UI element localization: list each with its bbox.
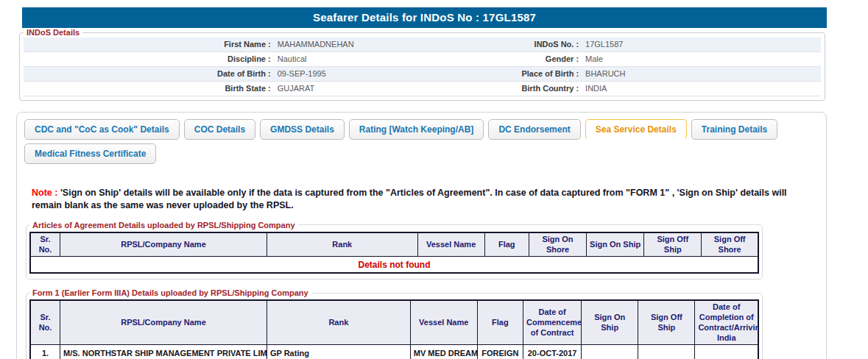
table-cell bbox=[638, 345, 695, 359]
column-header: RPSL/Company Name bbox=[60, 232, 267, 257]
field-label: Birth Country : bbox=[453, 82, 579, 96]
field-label: Gender : bbox=[453, 52, 579, 66]
field-label: Date of Birth : bbox=[24, 67, 271, 81]
tab-training-details[interactable]: Training Details bbox=[691, 119, 777, 140]
field-value: INDIA bbox=[579, 82, 821, 96]
tab-medical-fitness-certificate[interactable]: Medical Fitness Certificate bbox=[24, 143, 156, 164]
indos-details-legend: INDoS Details bbox=[24, 28, 82, 37]
tab-panel: CDC and "CoC as Cook" DetailsCOC Details… bbox=[16, 112, 827, 359]
column-header: Flag bbox=[477, 300, 523, 345]
field-value: Nautical bbox=[271, 52, 453, 66]
articles-of-agreement-legend: Articles of Agreement Details uploaded b… bbox=[29, 221, 298, 230]
indos-rows: First Name :MAHAMMADNEHANINDoS No. :17GL… bbox=[24, 38, 821, 96]
table-row: 1.M/S. NORTHSTAR SHIP MANAGEMENT PRIVATE… bbox=[30, 345, 758, 359]
field-value: Male bbox=[579, 52, 821, 66]
table-cell bbox=[582, 345, 638, 359]
indos-details-section: INDoS Details First Name :MAHAMMADNEHANI… bbox=[19, 28, 825, 101]
tab-row-1: CDC and "CoC as Cook" DetailsCOC Details… bbox=[17, 119, 826, 143]
column-header: Sign On Ship bbox=[587, 232, 644, 257]
tab-dc-endorsement[interactable]: DC Endorsement bbox=[488, 119, 580, 140]
tab-gmdss-details[interactable]: GMDSS Details bbox=[260, 119, 345, 140]
tab-coc-details[interactable]: COC Details bbox=[184, 119, 255, 140]
column-header: Sign Off Ship bbox=[644, 232, 702, 257]
indos-detail-row: Birth State :GUJARATBirth Country :INDIA bbox=[24, 82, 821, 96]
tab-rating-watch-keeping-ab[interactable]: Rating [Watch Keeping/AB] bbox=[349, 119, 484, 140]
table-cell: MV MED DREAM bbox=[410, 345, 477, 359]
table-cell: FOREIGN bbox=[477, 345, 523, 359]
field-value: 09-SEP-1995 bbox=[271, 67, 453, 81]
field-label: First Name : bbox=[24, 38, 271, 51]
indos-detail-row: Discipline :NauticalGender :Male bbox=[24, 52, 821, 67]
column-header: Rank bbox=[267, 300, 410, 345]
field-label: Place of Birth : bbox=[453, 67, 579, 81]
empty-message-row: Details not found bbox=[30, 257, 758, 274]
field-label: INDoS No. : bbox=[453, 38, 579, 51]
column-header: Flag bbox=[484, 232, 529, 257]
note-body: 'Sign on Ship' details will be available… bbox=[32, 188, 787, 210]
column-header: Sign On Ship bbox=[582, 300, 638, 345]
tab-sea-service-details[interactable]: Sea Service Details bbox=[585, 119, 687, 140]
empty-message: Details not found bbox=[30, 257, 758, 274]
field-value: GUJARAT bbox=[271, 82, 453, 96]
column-header: RPSL/Company Name bbox=[60, 300, 267, 345]
table-cell: 1. bbox=[30, 345, 60, 359]
tab-row-2: Medical Fitness Certificate bbox=[17, 143, 826, 168]
articles-of-agreement-table: Sr. No.RPSL/Company NameRankVessel NameF… bbox=[29, 232, 759, 274]
table-header-row: Sr. No.RPSL/Company NameRankVessel NameF… bbox=[30, 300, 758, 345]
column-header: Date of Commencement of Contract bbox=[523, 300, 582, 345]
column-header: Sr. No. bbox=[30, 300, 60, 345]
table-cell: M/S. NORTHSTAR SHIP MANAGEMENT PRIVATE L… bbox=[60, 345, 267, 359]
column-header: Vessel Name bbox=[417, 232, 484, 257]
page-title: Seafarer Details for INDoS No : 17GL1587 bbox=[22, 7, 827, 28]
table-cell bbox=[695, 345, 758, 359]
table-cell: 20-OCT-2017 bbox=[523, 345, 582, 359]
form1-table: Sr. No.RPSL/Company NameRankVessel NameF… bbox=[29, 299, 759, 359]
form1-section: Form 1 (Earlier Form IIIA) Details uploa… bbox=[26, 288, 763, 359]
column-header: Vessel Name bbox=[410, 300, 477, 345]
indos-detail-row: First Name :MAHAMMADNEHANINDoS No. :17GL… bbox=[24, 38, 821, 52]
field-label: Discipline : bbox=[24, 52, 271, 66]
column-header: Date of Completion of Contract/Arriving … bbox=[695, 300, 758, 345]
indos-detail-row: Date of Birth :09-SEP-1995Place of Birth… bbox=[24, 67, 821, 82]
form1-legend: Form 1 (Earlier Form IIIA) Details uploa… bbox=[29, 288, 311, 297]
field-value: MAHAMMADNEHAN bbox=[271, 38, 453, 51]
column-header: Sign Off Shore bbox=[702, 232, 758, 257]
table-header-row: Sr. No.RPSL/Company NameRankVessel NameF… bbox=[30, 232, 758, 257]
column-header: Sign On Shore bbox=[529, 232, 586, 257]
table-cell: GP Rating bbox=[267, 345, 410, 359]
column-header: Rank bbox=[267, 232, 417, 257]
note-text: Note : 'Sign on Ship' details will be av… bbox=[32, 187, 811, 212]
field-value: 17GL1587 bbox=[579, 38, 821, 51]
field-value: BHARUCH bbox=[579, 67, 821, 81]
field-label: Birth State : bbox=[24, 82, 271, 96]
column-header: Sign Off Ship bbox=[638, 300, 695, 345]
note-prefix: Note : bbox=[32, 188, 57, 198]
tab-cdc-and-coc-as-cook-details[interactable]: CDC and "CoC as Cook" Details bbox=[24, 119, 180, 140]
articles-of-agreement-section: Articles of Agreement Details uploaded b… bbox=[26, 221, 763, 280]
column-header: Sr. No. bbox=[30, 232, 60, 257]
